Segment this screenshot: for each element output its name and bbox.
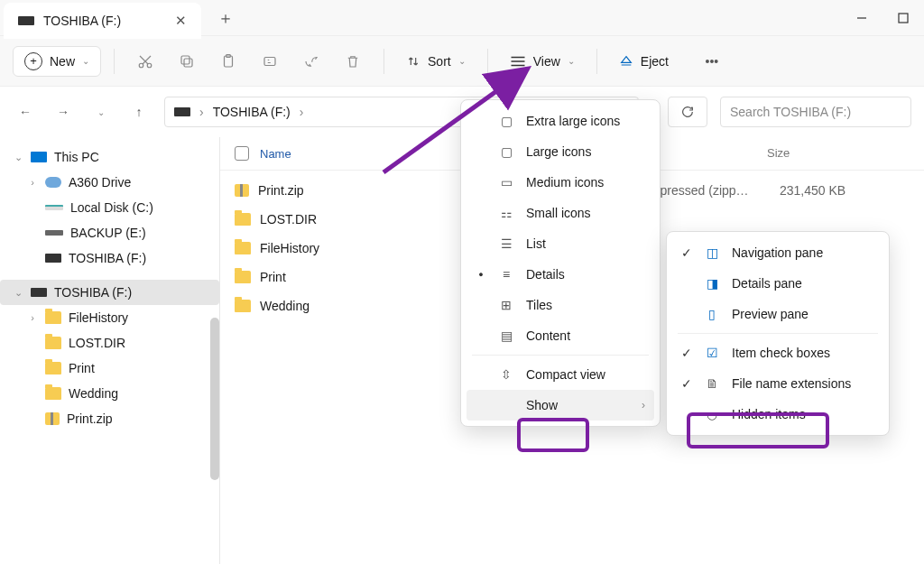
refresh-button[interactable] bbox=[668, 97, 707, 127]
separator bbox=[114, 49, 115, 74]
file-name: Wedding bbox=[260, 299, 310, 313]
menu-list[interactable]: ☰List bbox=[467, 228, 654, 259]
menu-file-ext[interactable]: ✓🗎File name extensions bbox=[672, 368, 883, 399]
copy-button[interactable] bbox=[169, 45, 205, 78]
sidebar-label: Print.zip bbox=[67, 411, 113, 426]
refresh-icon bbox=[680, 105, 695, 119]
search-input[interactable]: Search TOSHIBA (F:) bbox=[720, 97, 911, 127]
address-path: TOSHIBA (F:) bbox=[213, 105, 291, 119]
sidebar-item-this-pc[interactable]: ⌄This PC bbox=[0, 144, 219, 170]
up-button[interactable]: ↑ bbox=[126, 99, 152, 125]
titlebar: TOSHIBA (F:) ✕ ＋ bbox=[0, 0, 924, 36]
sidebar-label: This PC bbox=[54, 150, 99, 164]
recent-dropdown[interactable]: ⌄ bbox=[88, 99, 114, 125]
menu-details-pane[interactable]: ◨Details pane bbox=[672, 268, 883, 299]
chevron-down-icon: ⌄ bbox=[82, 56, 89, 66]
menu-show[interactable]: Show› bbox=[467, 390, 654, 421]
menu-item-checks[interactable]: ✓☑Item check boxes bbox=[672, 337, 883, 368]
separator bbox=[596, 49, 597, 74]
search-placeholder: Search TOSHIBA (F:) bbox=[730, 105, 851, 119]
menu-separator bbox=[678, 333, 878, 334]
compact-icon: ⇳ bbox=[497, 367, 515, 382]
sidebar-item-filehistory[interactable]: ›FileHistory bbox=[0, 305, 219, 330]
sort-label: Sort bbox=[428, 54, 451, 69]
menu-large[interactable]: ▢Large icons bbox=[467, 136, 654, 167]
sidebar-item-lostdir[interactable]: LOST.DIR bbox=[0, 330, 219, 356]
paste-button[interactable] bbox=[210, 45, 246, 78]
folder-icon bbox=[235, 271, 251, 283]
eye-icon: ◡ bbox=[703, 407, 721, 421]
nav-pane-icon: ◫ bbox=[703, 245, 721, 260]
sidebar-item-printzip[interactable]: Print.zip bbox=[0, 406, 219, 431]
scrollbar[interactable] bbox=[210, 318, 219, 480]
submenu-arrow-icon: › bbox=[642, 399, 645, 411]
sidebar-label: TOSHIBA (F:) bbox=[54, 285, 132, 300]
sort-icon bbox=[406, 54, 420, 69]
svg-rect-1 bbox=[899, 14, 908, 23]
col-size[interactable]: Size bbox=[767, 146, 857, 161]
folder-icon bbox=[235, 300, 251, 312]
sidebar-label: LOST.DIR bbox=[69, 336, 125, 350]
view-label: View bbox=[533, 54, 560, 69]
close-tab-icon[interactable]: ✕ bbox=[175, 13, 187, 29]
select-all-checkbox[interactable] bbox=[235, 146, 249, 161]
sidebar-item-print[interactable]: Print bbox=[0, 356, 219, 381]
tab-toshiba[interactable]: TOSHIBA (F:) ✕ bbox=[4, 3, 201, 39]
cloud-icon bbox=[45, 177, 61, 188]
sidebar-item-toshiba-top[interactable]: TOSHIBA (F:) bbox=[0, 245, 219, 271]
menu-extra-large[interactable]: ▢Extra large icons bbox=[467, 106, 654, 136]
sidebar-label: BACKUP (E:) bbox=[70, 226, 146, 240]
menu-hidden-items[interactable]: ◡Hidden items bbox=[672, 399, 883, 430]
sidebar-item-toshiba[interactable]: ⌄TOSHIBA (F:) bbox=[0, 280, 219, 305]
details-icon: ≡ bbox=[497, 267, 515, 282]
menu-small[interactable]: ⚏Small icons bbox=[467, 198, 654, 228]
sidebar-item-wedding[interactable]: Wedding bbox=[0, 381, 219, 406]
maximize-button[interactable] bbox=[882, 0, 924, 36]
pc-icon bbox=[31, 152, 47, 162]
menu-details[interactable]: ●≡Details bbox=[467, 259, 654, 290]
sidebar-item-local-c[interactable]: Local Disk (C:) bbox=[0, 195, 219, 220]
chevron-down-icon: ⌄ bbox=[568, 56, 575, 66]
file-icon: 🗎 bbox=[703, 376, 721, 391]
sidebar-label: Wedding bbox=[69, 386, 118, 401]
file-name: FileHistory bbox=[260, 241, 319, 255]
view-icon bbox=[510, 55, 526, 68]
menu-content[interactable]: ▤Content bbox=[467, 320, 654, 351]
sort-button[interactable]: Sort ⌄ bbox=[397, 49, 475, 74]
menu-medium[interactable]: ▭Medium icons bbox=[467, 167, 654, 198]
medium-icon: ▭ bbox=[497, 175, 515, 190]
menu-tiles[interactable]: ⊞Tiles bbox=[467, 290, 654, 320]
folder-icon bbox=[45, 362, 61, 374]
view-button[interactable]: View ⌄ bbox=[501, 49, 584, 74]
preview-pane-icon: ▯ bbox=[703, 307, 721, 321]
minimize-button[interactable] bbox=[841, 0, 882, 36]
share-button[interactable] bbox=[293, 45, 329, 78]
view-menu: ▢Extra large icons ▢Large icons ▭Medium … bbox=[460, 99, 661, 427]
delete-button[interactable] bbox=[335, 45, 371, 78]
new-tab-button[interactable]: ＋ bbox=[217, 7, 234, 29]
eject-icon bbox=[619, 54, 633, 69]
menu-separator bbox=[472, 355, 649, 356]
cut-button[interactable] bbox=[127, 45, 163, 78]
forward-button[interactable]: → bbox=[51, 99, 76, 125]
eject-button[interactable]: Eject bbox=[610, 49, 678, 74]
window-controls bbox=[841, 0, 924, 36]
back-button[interactable]: ← bbox=[13, 99, 38, 125]
more-button[interactable]: ••• bbox=[694, 45, 730, 78]
usb-icon bbox=[45, 254, 61, 263]
content-icon: ▤ bbox=[497, 328, 515, 343]
sidebar-label: A360 Drive bbox=[69, 175, 131, 190]
rename-button[interactable] bbox=[252, 45, 288, 78]
zip-icon bbox=[45, 412, 60, 425]
usb-icon bbox=[18, 16, 34, 25]
sidebar-label: Local Disk (C:) bbox=[70, 200, 153, 215]
new-button[interactable]: + New ⌄ bbox=[13, 46, 101, 77]
tiles-icon: ⊞ bbox=[497, 298, 515, 312]
folder-icon bbox=[235, 213, 251, 226]
menu-preview-pane[interactable]: ▯Preview pane bbox=[672, 299, 883, 329]
extra-large-icon: ▢ bbox=[497, 114, 515, 128]
sidebar-item-a360[interactable]: ›A360 Drive bbox=[0, 170, 219, 195]
menu-compact[interactable]: ⇳Compact view bbox=[467, 359, 654, 390]
sidebar-item-backup-e[interactable]: BACKUP (E:) bbox=[0, 220, 219, 245]
menu-nav-pane[interactable]: ✓◫Navigation pane bbox=[672, 237, 883, 268]
